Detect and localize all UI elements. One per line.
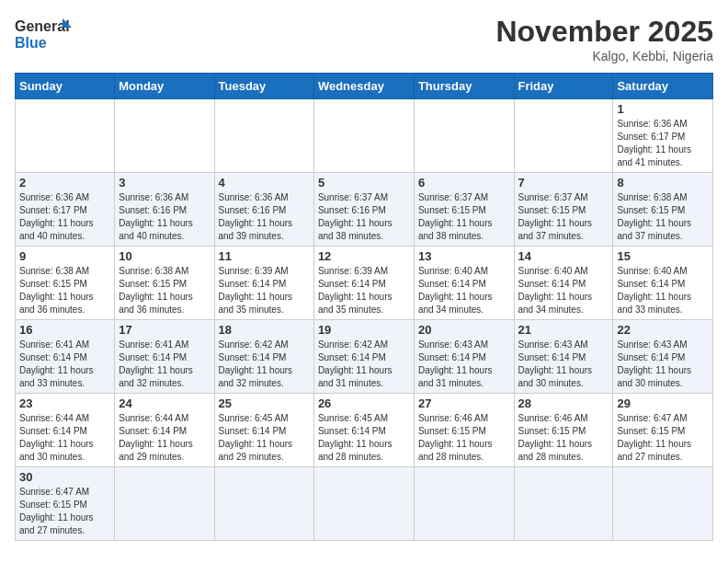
weekday-header: Saturday — [613, 74, 713, 99]
calendar-cell — [514, 467, 613, 541]
calendar-cell — [414, 99, 514, 173]
calendar-cell — [313, 99, 414, 173]
calendar-table: SundayMondayTuesdayWednesdayThursdayFrid… — [15, 73, 713, 541]
calendar-cell: 2Sunrise: 6:36 AM Sunset: 6:17 PM Daylig… — [16, 173, 115, 247]
calendar-cell: 12Sunrise: 6:39 AM Sunset: 6:14 PM Dayli… — [313, 247, 414, 320]
day-number: 13 — [418, 249, 510, 263]
day-info: Sunrise: 6:47 AM Sunset: 6:15 PM Dayligh… — [19, 486, 110, 537]
calendar-cell — [313, 467, 414, 541]
calendar-cell — [214, 467, 313, 541]
calendar-cell: 5Sunrise: 6:37 AM Sunset: 6:16 PM Daylig… — [313, 173, 414, 247]
day-number: 12 — [318, 249, 410, 263]
day-info: Sunrise: 6:37 AM Sunset: 6:15 PM Dayligh… — [518, 191, 609, 243]
day-number: 4 — [219, 176, 310, 190]
day-number: 20 — [418, 323, 510, 337]
calendar-cell: 29Sunrise: 6:47 AM Sunset: 6:15 PM Dayli… — [613, 394, 713, 467]
calendar-cell: 17Sunrise: 6:41 AM Sunset: 6:14 PM Dayli… — [115, 320, 214, 394]
calendar-cell: 8Sunrise: 6:38 AM Sunset: 6:15 PM Daylig… — [613, 173, 713, 247]
calendar-cell: 26Sunrise: 6:45 AM Sunset: 6:14 PM Dayli… — [313, 394, 414, 467]
day-number: 18 — [219, 323, 310, 337]
calendar-cell: 30Sunrise: 6:47 AM Sunset: 6:15 PM Dayli… — [16, 467, 115, 541]
calendar-cell — [115, 467, 214, 541]
day-number: 28 — [518, 396, 609, 410]
weekday-header: Sunday — [16, 74, 115, 99]
calendar-cell: 21Sunrise: 6:43 AM Sunset: 6:14 PM Dayli… — [514, 320, 613, 394]
title-block: November 2025 Kalgo, Kebbi, Nigeria — [495, 15, 713, 63]
weekday-header-row: SundayMondayTuesdayWednesdayThursdayFrid… — [16, 74, 713, 99]
day-info: Sunrise: 6:40 AM Sunset: 6:14 PM Dayligh… — [418, 265, 510, 316]
day-info: Sunrise: 6:37 AM Sunset: 6:15 PM Dayligh… — [418, 191, 510, 243]
calendar-cell: 20Sunrise: 6:43 AM Sunset: 6:14 PM Dayli… — [414, 320, 514, 394]
day-info: Sunrise: 6:44 AM Sunset: 6:14 PM Dayligh… — [119, 412, 210, 464]
calendar-row: 16Sunrise: 6:41 AM Sunset: 6:14 PM Dayli… — [16, 320, 713, 394]
day-info: Sunrise: 6:45 AM Sunset: 6:14 PM Dayligh… — [219, 412, 310, 464]
day-info: Sunrise: 6:41 AM Sunset: 6:14 PM Dayligh… — [119, 339, 210, 390]
calendar-cell: 9Sunrise: 6:38 AM Sunset: 6:15 PM Daylig… — [16, 247, 115, 320]
calendar-cell: 16Sunrise: 6:41 AM Sunset: 6:14 PM Dayli… — [16, 320, 115, 394]
day-info: Sunrise: 6:38 AM Sunset: 6:15 PM Dayligh… — [617, 191, 709, 243]
calendar-cell: 14Sunrise: 6:40 AM Sunset: 6:14 PM Dayli… — [514, 247, 613, 320]
day-number: 11 — [219, 249, 310, 263]
day-info: Sunrise: 6:43 AM Sunset: 6:14 PM Dayligh… — [617, 339, 709, 390]
day-number: 8 — [617, 176, 709, 190]
calendar-cell: 15Sunrise: 6:40 AM Sunset: 6:14 PM Dayli… — [613, 247, 713, 320]
calendar-cell — [115, 99, 214, 173]
day-info: Sunrise: 6:46 AM Sunset: 6:15 PM Dayligh… — [518, 412, 609, 464]
logo: GeneralBlue — [15, 15, 79, 52]
day-number: 15 — [617, 249, 709, 263]
weekday-header: Monday — [115, 74, 214, 99]
calendar-cell: 6Sunrise: 6:37 AM Sunset: 6:15 PM Daylig… — [414, 173, 514, 247]
calendar-cell: 22Sunrise: 6:43 AM Sunset: 6:14 PM Dayli… — [613, 320, 713, 394]
weekday-header: Tuesday — [214, 74, 313, 99]
day-number: 24 — [119, 396, 210, 410]
day-number: 7 — [518, 176, 609, 190]
day-number: 25 — [219, 396, 310, 410]
day-number: 9 — [19, 249, 110, 263]
calendar-cell: 27Sunrise: 6:46 AM Sunset: 6:15 PM Dayli… — [414, 394, 514, 467]
calendar-row: 23Sunrise: 6:44 AM Sunset: 6:14 PM Dayli… — [16, 394, 713, 467]
calendar-cell: 10Sunrise: 6:38 AM Sunset: 6:15 PM Dayli… — [115, 247, 214, 320]
day-info: Sunrise: 6:40 AM Sunset: 6:14 PM Dayligh… — [617, 265, 709, 316]
month-title: November 2025 — [495, 15, 713, 49]
calendar-cell: 28Sunrise: 6:46 AM Sunset: 6:15 PM Dayli… — [514, 394, 613, 467]
calendar-cell: 7Sunrise: 6:37 AM Sunset: 6:15 PM Daylig… — [514, 173, 613, 247]
day-info: Sunrise: 6:36 AM Sunset: 6:17 PM Dayligh… — [19, 191, 110, 243]
day-number: 23 — [19, 396, 110, 410]
weekday-header: Wednesday — [313, 74, 414, 99]
calendar-row: 30Sunrise: 6:47 AM Sunset: 6:15 PM Dayli… — [16, 467, 713, 541]
day-number: 29 — [617, 396, 709, 410]
calendar-row: 2Sunrise: 6:36 AM Sunset: 6:17 PM Daylig… — [16, 173, 713, 247]
day-info: Sunrise: 6:42 AM Sunset: 6:14 PM Dayligh… — [318, 339, 410, 390]
day-info: Sunrise: 6:46 AM Sunset: 6:15 PM Dayligh… — [418, 412, 510, 464]
calendar-cell: 19Sunrise: 6:42 AM Sunset: 6:14 PM Dayli… — [313, 320, 414, 394]
calendar-cell: 13Sunrise: 6:40 AM Sunset: 6:14 PM Dayli… — [414, 247, 514, 320]
day-info: Sunrise: 6:43 AM Sunset: 6:14 PM Dayligh… — [518, 339, 609, 390]
logo-svg: GeneralBlue — [15, 15, 79, 52]
calendar-cell: 24Sunrise: 6:44 AM Sunset: 6:14 PM Dayli… — [115, 394, 214, 467]
calendar-cell: 1Sunrise: 6:36 AM Sunset: 6:17 PM Daylig… — [613, 99, 713, 173]
calendar-row: 9Sunrise: 6:38 AM Sunset: 6:15 PM Daylig… — [16, 247, 713, 320]
day-info: Sunrise: 6:39 AM Sunset: 6:14 PM Dayligh… — [219, 265, 310, 316]
calendar-cell: 25Sunrise: 6:45 AM Sunset: 6:14 PM Dayli… — [214, 394, 313, 467]
day-info: Sunrise: 6:38 AM Sunset: 6:15 PM Dayligh… — [119, 265, 210, 316]
calendar-row: 1Sunrise: 6:36 AM Sunset: 6:17 PM Daylig… — [16, 99, 713, 173]
day-number: 16 — [19, 323, 110, 337]
day-info: Sunrise: 6:45 AM Sunset: 6:14 PM Dayligh… — [318, 412, 410, 464]
day-number: 10 — [119, 249, 210, 263]
day-info: Sunrise: 6:36 AM Sunset: 6:17 PM Dayligh… — [617, 118, 709, 169]
svg-text:General: General — [15, 18, 70, 34]
day-info: Sunrise: 6:42 AM Sunset: 6:14 PM Dayligh… — [219, 339, 310, 390]
day-info: Sunrise: 6:44 AM Sunset: 6:14 PM Dayligh… — [19, 412, 110, 464]
calendar-cell — [214, 99, 313, 173]
day-number: 22 — [617, 323, 709, 337]
calendar-cell: 11Sunrise: 6:39 AM Sunset: 6:14 PM Dayli… — [214, 247, 313, 320]
weekday-header: Thursday — [414, 74, 514, 99]
day-number: 30 — [19, 470, 110, 484]
calendar-cell — [514, 99, 613, 173]
day-info: Sunrise: 6:40 AM Sunset: 6:14 PM Dayligh… — [518, 265, 609, 316]
calendar-cell: 23Sunrise: 6:44 AM Sunset: 6:14 PM Dayli… — [16, 394, 115, 467]
calendar-cell: 3Sunrise: 6:36 AM Sunset: 6:16 PM Daylig… — [115, 173, 214, 247]
svg-text:Blue: Blue — [15, 35, 47, 51]
day-info: Sunrise: 6:43 AM Sunset: 6:14 PM Dayligh… — [418, 339, 510, 390]
day-number: 14 — [518, 249, 609, 263]
